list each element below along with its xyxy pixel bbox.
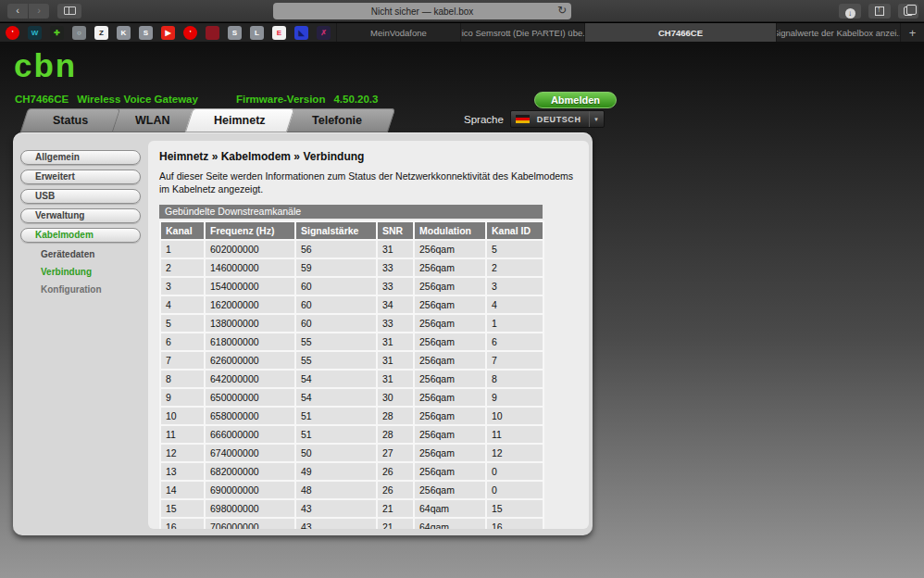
table-cell: 55 (295, 333, 377, 351)
table-cell: 642000000 (205, 370, 295, 388)
sidebar-item-kabelmodem[interactable]: Kabelmodem (20, 228, 141, 243)
youtube-icon[interactable]: ▶ (161, 26, 175, 40)
chevron-down-icon[interactable]: ▼ (589, 111, 604, 127)
table-cell: 33 (377, 277, 414, 295)
table-cell: 26 (377, 462, 414, 481)
column-header: Frequenz (Hz) (205, 221, 295, 240)
table-cell: 13 (160, 462, 205, 481)
main-panel: Heimnetz » Kabelmodem » Verbindung Auf d… (148, 141, 589, 529)
green-cross-icon[interactable]: ✚ (50, 26, 64, 40)
downstream-table-wrap: Gebündelte Downstreamkanäle KanalFrequen… (159, 205, 543, 529)
share-button[interactable] (868, 4, 891, 19)
table-cell: 138000000 (205, 314, 295, 333)
tab-status[interactable]: Status (20, 108, 120, 132)
table-cell: 5 (160, 314, 205, 333)
e-site-icon[interactable]: E (272, 26, 286, 40)
german-flag-icon (516, 115, 530, 123)
navy-site-icon[interactable]: ✗ (317, 26, 331, 40)
table-cell: 21 (377, 518, 414, 529)
browser-tab-3[interactable]: Signalwerte der Kabelbox anzei... (776, 23, 900, 42)
new-tab-button[interactable]: + (900, 23, 924, 42)
table-cell: 0 (486, 462, 543, 481)
forward-icon[interactable]: › (29, 4, 49, 19)
table-cell: 256qam (414, 444, 486, 462)
table-cell: 51 (295, 425, 377, 444)
tab-label: Telefonie (312, 114, 362, 127)
language-selected: DEUTSCH (537, 115, 581, 124)
table-cell: 43 (295, 499, 377, 518)
darkred-site-icon[interactable] (206, 26, 219, 40)
table-cell: 31 (377, 240, 414, 258)
table-row: 116660000005128256qam11 (160, 425, 543, 444)
blue-site-icon[interactable]: ◣ (294, 26, 308, 40)
browser-tab-label: Nico Semsrott (Die PARTEI) übe... (460, 28, 584, 38)
device-info-line: CH7466CEWireless Voice GatewayFirmware-V… (15, 94, 386, 105)
tab-telefonie[interactable]: Telefonie (279, 108, 395, 132)
column-header: Kanal (160, 221, 205, 240)
table-title: Gebündelte Downstreamkanäle (159, 205, 543, 219)
vodafone-icon-2[interactable]: ’ (183, 26, 197, 40)
sidebar-item-erweitert[interactable]: Erweitert (20, 170, 141, 184)
table-cell: 256qam (414, 258, 486, 277)
sidebar-item-verwaltung[interactable]: Verwaltung (20, 208, 141, 223)
reload-icon[interactable]: ↻ (557, 4, 567, 17)
table-row: 136820000004926256qam0 (160, 462, 543, 481)
sidebar-link-verbindung[interactable]: Verbindung (20, 265, 150, 279)
teal-w-icon[interactable]: W (28, 26, 42, 40)
l-site-icon[interactable]: L (250, 26, 264, 40)
table-cell: 50 (295, 444, 377, 462)
language-selector: Sprache DEUTSCH ▼ (464, 110, 605, 128)
k-site-icon[interactable]: K (117, 26, 131, 40)
browser-tab-0[interactable]: MeinVodafone (336, 23, 460, 42)
table-cell: 650000000 (205, 388, 295, 407)
gray-circle-icon[interactable]: ○ (72, 26, 86, 40)
sidebar-link-konfiguration[interactable]: Konfiguration (20, 283, 150, 296)
table-body: 16020000005631256qam521460000005933256qa… (160, 240, 543, 529)
table-cell: 54 (295, 370, 377, 388)
table-cell: 31 (377, 370, 414, 388)
vodafone-icon[interactable]: ’ (6, 26, 19, 40)
translate-icon[interactable]: Z (94, 26, 108, 40)
tab-overview-button[interactable] (898, 4, 918, 19)
sidebar-links: GerätedatenVerbindungKonfiguration (20, 247, 150, 296)
product-name: Wireless Voice Gateway (77, 94, 198, 105)
table-cell: 9 (486, 388, 543, 407)
browser-tab-2[interactable]: CH7466CE (584, 23, 776, 42)
language-dropdown[interactable]: DEUTSCH ▼ (510, 110, 605, 128)
sidebar-item-allgemein[interactable]: Allgemein (20, 150, 141, 165)
table-cell: 33 (377, 258, 414, 277)
table-cell: 698000000 (205, 499, 295, 518)
table-cell: 8 (486, 370, 543, 388)
table-cell: 666000000 (205, 425, 295, 444)
main-nav-tabs: StatusWLANHeimnetzTelefonie (24, 108, 383, 132)
table-cell: 5 (486, 240, 543, 258)
sidebar-toggle-icon[interactable] (57, 4, 81, 19)
table-cell: 706000000 (205, 518, 295, 529)
table-cell: 16 (486, 518, 543, 529)
s-site-icon[interactable]: S (139, 26, 153, 40)
table-cell: 256qam (414, 481, 486, 499)
browser-tab-label: Signalwerte der Kabelbox anzei... (776, 28, 900, 38)
s-site-icon-2[interactable]: S (228, 26, 242, 40)
sidebar-item-usb[interactable]: USB (20, 189, 141, 204)
table-row: 16706000000432164qam16 (160, 518, 543, 529)
back-icon[interactable]: ‹ (7, 4, 28, 19)
table-cell: 256qam (414, 370, 486, 388)
table-cell: 626000000 (205, 351, 295, 370)
table-row: 86420000005431256qam8 (160, 370, 543, 388)
table-row: 51380000006033256qam1 (160, 314, 543, 333)
tab-label: WLAN (135, 114, 170, 127)
browser-tab-1[interactable]: Nico Semsrott (Die PARTEI) übe... (460, 23, 584, 42)
logout-button[interactable]: Abmelden (534, 92, 617, 108)
table-row: 41620000006034256qam4 (160, 295, 543, 314)
table-row: 16020000005631256qam5 (160, 240, 543, 258)
table-cell: 6 (486, 333, 543, 351)
downloads-button[interactable]: ↓ (839, 4, 861, 19)
download-icon: ↓ (845, 8, 855, 19)
tab-heimnetz[interactable]: Heimnetz (185, 108, 294, 132)
url-bar[interactable]: Nicht sicher — kabel.box ↻ (273, 3, 571, 19)
table-cell: 31 (377, 351, 414, 370)
sidebar-link-gerätedaten[interactable]: Gerätedaten (20, 247, 150, 261)
table-cell: 12 (160, 444, 205, 462)
screen: ‹ › Nicht sicher — kabel.box ↻ ↓ ’W✚○ZKS… (0, 0, 924, 578)
